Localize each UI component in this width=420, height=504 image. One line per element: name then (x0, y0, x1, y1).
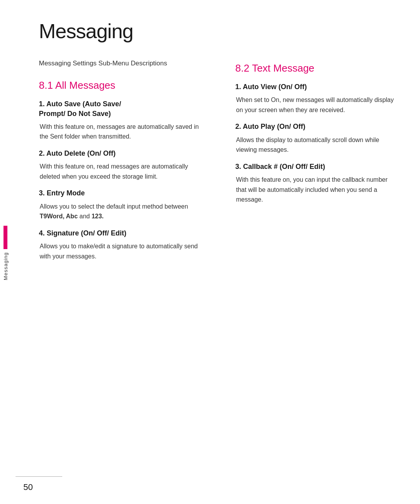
list-item: 3. Callback # (On/ Off/ Edit) With this … (235, 162, 397, 205)
page-number: 50 (23, 482, 33, 492)
columns-layout: Messaging Settings Sub-Menu Descriptions… (39, 58, 397, 485)
item-header: 4. Signature (On/ Off/ Edit) (39, 228, 200, 238)
sidebar-label: Messaging (3, 252, 9, 280)
item-desc: Allows you to select the default input m… (39, 202, 200, 221)
page-container: Messaging Messaging Messaging Settings S… (0, 0, 420, 504)
item-desc: Allows the display to automatically scro… (235, 135, 397, 155)
sidebar-tab: Messaging (0, 226, 11, 280)
left-column: Messaging Settings Sub-Menu Descriptions… (39, 58, 208, 485)
main-content: Messaging Messaging Settings Sub-Menu De… (16, 0, 420, 504)
list-item: 1. Auto Save (Auto Save/Prompt/ Do Not S… (39, 99, 200, 142)
item-header: 2. Auto Delete (On/ Off) (39, 149, 200, 158)
bottom-area: 50 (16, 482, 420, 492)
page-title: Messaging (39, 19, 397, 43)
list-item: 1. Auto View (On/ Off) When set to On, n… (235, 82, 397, 115)
item-header: 2. Auto Play (On/ Off) (235, 122, 397, 132)
section-header-text-message: 8.2 Text Message (235, 62, 397, 74)
list-item: 3. Entry Mode Allows you to select the d… (39, 188, 200, 221)
list-item: 2. Auto Play (On/ Off) Allows the displa… (235, 122, 397, 155)
item-desc: With this feature on, read messages are … (39, 162, 200, 181)
item-header: 1. Auto Save (Auto Save/Prompt/ Do Not S… (39, 99, 200, 119)
item-header: 1. Auto View (On/ Off) (235, 82, 397, 92)
list-item: 2. Auto Delete (On/ Off) With this featu… (39, 149, 200, 181)
sidebar-tab-bar (4, 226, 7, 249)
item-desc: Allows you to make/edit a signature to a… (39, 241, 200, 261)
right-column: 8.2 Text Message 1. Auto View (On/ Off) … (231, 58, 397, 485)
list-item: 4. Signature (On/ Off/ Edit) Allows you … (39, 228, 200, 261)
item-header: 3. Callback # (On/ Off/ Edit) (235, 162, 397, 172)
item-header: 3. Entry Mode (39, 188, 200, 198)
item-desc: With this feature on, you can input the … (235, 175, 397, 205)
bottom-divider (16, 476, 62, 477)
section-header-all-messages: 8.1 All Messages (39, 79, 200, 91)
intro-text: Messaging Settings Sub-Menu Descriptions (39, 58, 200, 68)
item-desc: With this feature on, messages are autom… (39, 122, 200, 142)
item-desc: When set to On, new messages will automa… (235, 95, 397, 115)
